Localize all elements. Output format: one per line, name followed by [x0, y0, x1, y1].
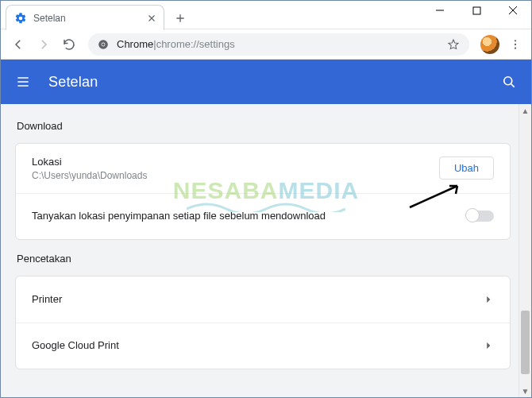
browser-tab[interactable]: Setelan [6, 5, 164, 30]
window-close-button[interactable] [495, 1, 531, 20]
download-location-label: Lokasi [32, 155, 439, 169]
minimize-button[interactable] [422, 1, 458, 20]
omnibox-url: chrome://settings [156, 38, 235, 50]
window-titlebar: Setelan [1, 1, 531, 29]
ask-before-download-label: Tanyakan lokasi penyimpanan setiap file … [32, 209, 467, 223]
ask-before-download-toggle[interactable] [467, 211, 494, 222]
cloud-print-label: Google Cloud Print [32, 338, 483, 353]
reload-button[interactable] [57, 33, 81, 56]
settings-content: Download Lokasi C:\Users\yunda\Downloads… [1, 104, 531, 397]
chrome-logo-icon [98, 39, 109, 50]
section-title-download: Download [17, 120, 511, 132]
window-controls [422, 1, 531, 20]
bookmark-star-icon[interactable] [447, 38, 460, 51]
svg-point-3 [102, 43, 105, 46]
hamburger-icon[interactable] [15, 74, 31, 90]
address-bar[interactable]: Chrome | chrome://settings [88, 33, 469, 56]
svg-point-7 [504, 77, 512, 85]
new-tab-button[interactable] [169, 7, 191, 29]
scrollbar-thumb[interactable] [521, 311, 530, 374]
vertical-scrollbar[interactable]: ▲ ▼ [519, 104, 531, 397]
profile-avatar[interactable] [480, 35, 499, 54]
back-button[interactable] [6, 33, 30, 56]
tab-strip: Setelan [1, 1, 191, 29]
download-location-value: C:\Users\yunda\Downloads [32, 169, 439, 182]
chevron-right-icon [483, 294, 494, 305]
svg-point-5 [515, 43, 516, 44]
printing-card: Printer Google Cloud Print [15, 276, 511, 369]
search-icon[interactable] [501, 74, 517, 90]
download-location-text: Lokasi C:\Users\yunda\Downloads [32, 155, 439, 182]
printer-label: Printer [32, 292, 483, 307]
settings-header: Setelan [1, 60, 531, 104]
scroll-down-arrow-icon[interactable]: ▼ [519, 384, 531, 397]
chevron-right-icon [483, 340, 494, 351]
menu-button[interactable] [504, 33, 526, 56]
svg-point-4 [515, 40, 516, 41]
cloud-print-row[interactable]: Google Cloud Print [16, 323, 510, 369]
change-location-button[interactable]: Ubah [439, 156, 494, 180]
section-title-printing: Pencetakan [17, 253, 511, 265]
download-card: Lokasi C:\Users\yunda\Downloads Ubah Tan… [15, 143, 511, 240]
maximize-button[interactable] [458, 1, 495, 20]
forward-button[interactable] [32, 33, 56, 56]
svg-rect-0 [473, 7, 480, 14]
download-location-row: Lokasi C:\Users\yunda\Downloads Ubah [16, 144, 510, 193]
browser-toolbar: Chrome | chrome://settings [1, 29, 531, 60]
scroll-up-arrow-icon[interactable]: ▲ [519, 104, 531, 117]
close-icon[interactable] [146, 13, 157, 24]
toggle-knob [465, 208, 480, 222]
ask-before-download-row: Tanyakan lokasi penyimpanan setiap file … [16, 193, 510, 239]
gear-icon [14, 12, 27, 25]
omnibox-prefix: Chrome [117, 38, 153, 50]
page-title: Setelan [48, 74, 98, 91]
svg-point-6 [515, 47, 516, 48]
tab-title: Setelan [33, 13, 140, 24]
printer-row[interactable]: Printer [16, 276, 510, 323]
